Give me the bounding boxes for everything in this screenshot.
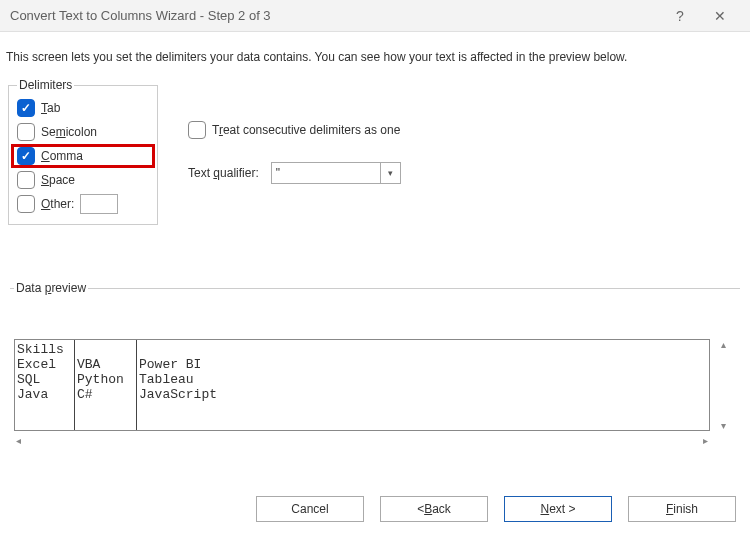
titlebar: Convert Text to Columns Wizard - Step 2 … [0,0,750,32]
scroll-left-icon[interactable]: ◂ [16,435,21,451]
checkbox-space-label: Space [41,173,75,187]
checkbox-tab-label: Tab [41,101,60,115]
checkbox-space[interactable] [17,171,35,189]
checkbox-other[interactable] [17,195,35,213]
scroll-right-icon[interactable]: ▸ [703,435,708,451]
cancel-button[interactable]: Cancel [256,496,364,522]
checkbox-treat-consecutive-label: Treat consecutive delimiters as one [212,123,400,137]
data-preview-legend: Data preview [14,281,88,295]
finish-button[interactable]: Finish [628,496,736,522]
data-preview-group: Data preview Skills Excel SQL Java VBA P… [10,281,740,459]
preview-col-1: Skills Excel SQL Java [15,340,75,430]
window-title: Convert Text to Columns Wizard - Step 2 … [10,8,660,23]
help-button[interactable]: ? [660,8,700,24]
delimiters-group: Delimiters Tab Semicolon Comma Space [8,78,158,225]
back-button[interactable]: < Back [380,496,488,522]
horizontal-scrollbar[interactable]: ◂ ▸ [14,435,710,451]
scroll-up-icon[interactable]: ▴ [714,339,732,350]
next-button[interactable]: Next > [504,496,612,522]
checkbox-other-label: Other: [41,197,74,211]
checkbox-semicolon[interactable] [17,123,35,141]
checkbox-semicolon-label: Semicolon [41,125,97,139]
text-qualifier-value: " [276,166,280,180]
scroll-down-icon[interactable]: ▾ [714,420,732,431]
delimiter-semicolon-row[interactable]: Semicolon [17,120,149,144]
delimiter-comma-row[interactable]: Comma [17,144,83,168]
checkbox-tab[interactable] [17,99,35,117]
other-delimiter-input[interactable] [80,194,118,214]
delimiter-tab-row[interactable]: Tab [17,96,149,120]
preview-grid: Skills Excel SQL Java VBA Python C# Powe… [14,339,710,431]
highlight-comma: Comma [11,144,155,168]
wizard-buttons: Cancel < Back Next > Finish [256,496,736,522]
treat-consecutive-row[interactable]: Treat consecutive delimiters as one [188,118,401,142]
text-qualifier-select[interactable]: " ▾ [271,162,401,184]
close-button[interactable]: ✕ [700,8,740,24]
instruction-text: This screen lets you set the delimiters … [6,50,744,78]
checkbox-comma-label: Comma [41,149,83,163]
preview-col-3: Power BI Tableau JavaScript [137,340,709,430]
delimiter-space-row[interactable]: Space [17,168,149,192]
vertical-scrollbar[interactable]: ▴ ▾ [714,339,732,431]
checkbox-comma[interactable] [17,147,35,165]
text-qualifier-label: Text qualifier: [188,166,259,180]
checkbox-treat-consecutive[interactable] [188,121,206,139]
delimiter-other-row[interactable]: Other: [17,192,149,216]
preview-col-2: VBA Python C# [75,340,137,430]
chevron-down-icon[interactable]: ▾ [380,163,400,183]
delimiters-legend: Delimiters [17,78,74,92]
